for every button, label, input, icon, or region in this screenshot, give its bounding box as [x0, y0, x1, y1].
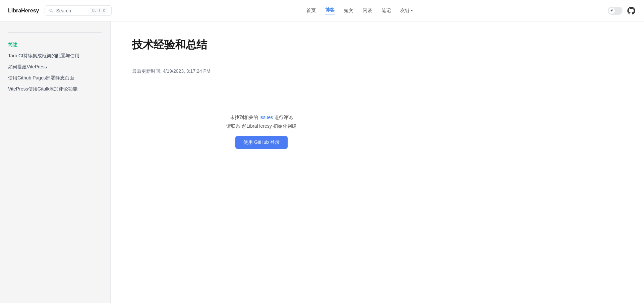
nav-item-home[interactable]: 首页: [306, 8, 316, 14]
contact-text: 请联系 @LibraHeresy 初始化创建: [132, 123, 391, 129]
page-wrapper: 简述 Taro CI持续集成框架的配置与使用 如何搭建VitePress 使用G…: [0, 0, 644, 303]
sidebar-divider: [8, 32, 102, 33]
no-issues-text: 未找到相关的 Issues 进行评论: [132, 115, 391, 121]
search-bar[interactable]: Search Ctrl K: [45, 5, 112, 16]
sidebar-item-gitalk[interactable]: VitePress使用Gitalk添加评论功能: [8, 83, 102, 95]
main-nav: 首页 博客 短文 闲谈 笔记 友链 ▾: [306, 7, 413, 14]
sidebar-item-taro[interactable]: Taro CI持续集成框架的配置与使用: [8, 50, 102, 61]
github-login-button[interactable]: 使用 GitHub 登录: [235, 136, 287, 149]
search-text: Search: [56, 8, 87, 13]
nav-item-blog[interactable]: 博客: [325, 7, 335, 14]
header: LibraHeresy Search Ctrl K 首页 博客 短文 闲谈 笔记…: [0, 0, 644, 21]
header-left: LibraHeresy Search Ctrl K: [8, 5, 112, 16]
nav-item-friends[interactable]: 友链 ▾: [400, 8, 413, 14]
search-icon: [49, 8, 54, 13]
nav-item-notes[interactable]: 笔记: [382, 8, 391, 14]
sidebar-item-overview[interactable]: 简述: [8, 39, 102, 50]
main-content: 技术经验和总结 最后更新时间: 4/19/2023, 3:17:24 PM 未找…: [111, 21, 412, 303]
theme-toggle-knob: ☀: [609, 8, 615, 14]
issues-link[interactable]: Issues: [259, 115, 273, 120]
chevron-down-icon: ▾: [411, 9, 413, 12]
comment-section: 未找到相关的 Issues 进行评论 请联系 @LibraHeresy 初始化创…: [132, 101, 391, 162]
last-updated: 最后更新时间: 4/19/2023, 3:17:24 PM: [132, 68, 391, 74]
theme-toggle[interactable]: ☀: [608, 7, 623, 15]
search-shortcut: Ctrl K: [90, 8, 107, 13]
sidebar-item-github-pages[interactable]: 使用Github Pages部署静态页面: [8, 72, 102, 83]
sidebar: 简述 Taro CI持续集成框架的配置与使用 如何搭建VitePress 使用G…: [0, 21, 111, 303]
sidebar-item-vitepress[interactable]: 如何搭建VitePress: [8, 61, 102, 72]
github-icon[interactable]: [627, 6, 636, 15]
nav-item-chat[interactable]: 闲谈: [363, 8, 372, 14]
header-right: ☀: [608, 6, 636, 15]
site-title: LibraHeresy: [8, 8, 39, 14]
sun-icon: ☀: [610, 8, 613, 13]
page-title: 技术经验和总结: [132, 38, 391, 52]
nav-item-articles[interactable]: 短文: [344, 8, 353, 14]
